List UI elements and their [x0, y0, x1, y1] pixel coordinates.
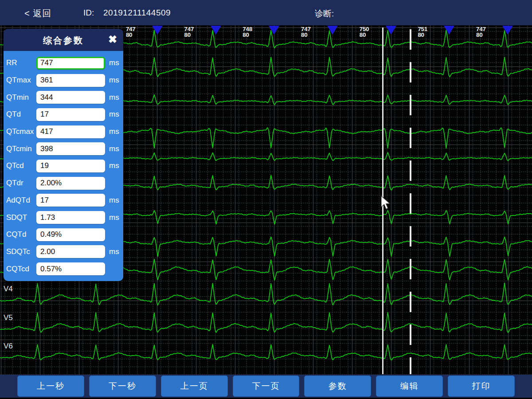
beat-marker-triangle-icon: [502, 26, 513, 35]
param-input-cqtcd[interactable]: [36, 262, 105, 275]
param-unit: ms: [109, 196, 119, 205]
param-unit: ms: [109, 161, 119, 170]
param-row-qtd: QTdms: [4, 106, 123, 123]
param-label: QTmax: [6, 76, 36, 85]
beat-rr-hr-label: 747 80: [476, 26, 486, 38]
param-row-sdqtc: SDQTcms: [4, 243, 123, 261]
param-unit: ms: [109, 213, 119, 222]
beat-rr-hr-label: 747 80: [184, 26, 194, 38]
param-row-cqtcd: CQTcd: [4, 260, 123, 278]
param-input-qtcmax[interactable]: [36, 125, 105, 138]
param-label: QTd: [6, 110, 36, 119]
beat-marker-triangle-icon: [269, 26, 279, 35]
param-unit: ms: [109, 127, 119, 136]
param-label: SDQT: [6, 213, 36, 222]
param-unit: ms: [109, 110, 119, 119]
beat-rr-hr-label: 751 80: [418, 26, 427, 38]
mouse-cursor-icon: [380, 196, 392, 211]
toolbar-button-5[interactable]: 参数: [304, 376, 371, 397]
param-label: QTcmax: [6, 127, 36, 136]
beat-rr-hr-label: 748 80: [243, 26, 252, 38]
param-row-qtdr: QTdr: [4, 175, 123, 192]
toolbar-button-7[interactable]: 打印: [448, 376, 515, 397]
bottom-toolbar: 上一秒下一秒上一页下一页参数编辑打印: [0, 375, 532, 398]
param-unit: ms: [109, 145, 119, 153]
toolbar-button-1[interactable]: 上一秒: [17, 376, 84, 397]
beat-marker-triangle-icon: [152, 26, 163, 35]
panel-title: 综合参数: [4, 35, 123, 47]
param-row-qtmax: QTmaxms: [4, 72, 123, 89]
param-input-qtcd[interactable]: [36, 160, 105, 172]
diagnosis-label: 诊断:: [315, 8, 334, 20]
ecg-trace-v4: [0, 283, 532, 305]
param-label: SDQTc: [6, 247, 36, 256]
top-bar: < 返回 ID: 20191211144509 诊断:: [0, 0, 532, 25]
lead-label-v4: V4: [4, 285, 13, 293]
param-row-cqtd: CQTd: [4, 226, 123, 243]
beat-marker-triangle-icon: [444, 26, 454, 35]
param-unit: ms: [109, 76, 119, 85]
param-unit: ms: [109, 93, 119, 102]
param-input-qtd[interactable]: [36, 108, 105, 121]
param-input-qtcmin[interactable]: [36, 142, 105, 155]
param-row-qtcmin: QTcminms: [4, 140, 123, 157]
param-label: QTcmin: [6, 145, 36, 153]
param-label: CQTcd: [6, 265, 36, 274]
param-label: CQTd: [6, 230, 36, 239]
param-label: QTcd: [6, 161, 36, 170]
panel-rows: RRmsQTmaxmsQTminmsQTdmsQTcmaxmsQTcminmsQ…: [4, 51, 123, 281]
param-input-rr[interactable]: [36, 57, 105, 70]
lead-label-v5: V5: [4, 313, 13, 322]
measure-line-dashed[interactable]: [410, 29, 411, 374]
param-label: QTdr: [6, 179, 36, 188]
param-input-adqtd[interactable]: [36, 194, 105, 207]
param-row-sdqt: SDQTms: [4, 209, 123, 226]
id-label: ID:: [83, 8, 94, 18]
beat-rr-hr-label: 747 80: [126, 26, 136, 38]
param-row-qtcmax: QTcmaxms: [4, 123, 123, 141]
toolbar-button-3[interactable]: 上一页: [161, 376, 228, 397]
id-value: 20191211144509: [103, 8, 171, 18]
param-row-adqtd: AdQTdms: [4, 192, 123, 209]
param-row-rr: RRms: [4, 55, 123, 72]
param-input-qtmin[interactable]: [36, 91, 105, 104]
ecg-trace-v5: [0, 313, 532, 333]
param-row-qtcd: QTcdms: [4, 157, 123, 175]
beat-rr-hr-label: 747 80: [301, 26, 311, 38]
param-unit: ms: [109, 59, 119, 67]
toolbar-button-6[interactable]: 编辑: [376, 376, 443, 397]
toolbar-button-2[interactable]: 下一秒: [89, 376, 156, 397]
param-input-qtdr[interactable]: [36, 177, 105, 190]
beat-marker-triangle-icon: [327, 26, 338, 35]
lead-label-v6: V6: [4, 342, 13, 351]
beat-marker-triangle-icon: [386, 26, 396, 35]
param-input-qtmax[interactable]: [36, 74, 105, 87]
param-label: AdQTd: [6, 196, 36, 205]
panel-header: 综合参数 ✖: [4, 29, 123, 51]
beat-rr-hr-label: 750 80: [360, 26, 369, 38]
toolbar-button-4[interactable]: 下一页: [233, 376, 300, 397]
param-label: RR: [6, 59, 36, 67]
param-input-sdqtc[interactable]: [36, 245, 105, 258]
back-button[interactable]: < 返回: [24, 8, 51, 20]
ecg-trace-v6: [0, 344, 532, 360]
parameters-panel: 综合参数 ✖ RRmsQTmaxmsQTminmsQTdmsQTcmaxmsQT…: [4, 29, 123, 281]
close-icon[interactable]: ✖: [108, 33, 117, 46]
param-unit: ms: [109, 247, 119, 256]
param-input-cqtd[interactable]: [36, 228, 105, 241]
param-row-qtmin: QTminms: [4, 89, 123, 106]
param-input-sdqt[interactable]: [36, 211, 105, 224]
param-label: QTmin: [6, 93, 36, 102]
beat-marker-triangle-icon: [211, 26, 221, 35]
